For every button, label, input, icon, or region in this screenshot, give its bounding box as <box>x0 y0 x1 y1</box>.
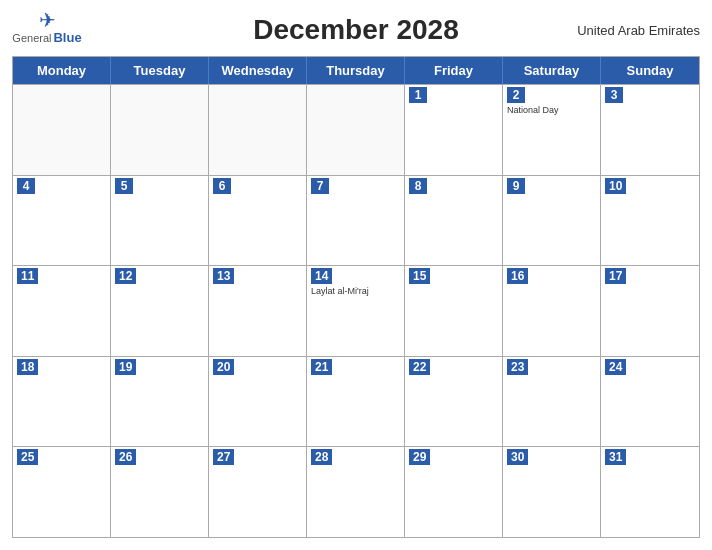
day-cell: 23 <box>503 357 601 447</box>
day-number: 30 <box>507 449 528 465</box>
day-number: 23 <box>507 359 528 375</box>
day-cell: 11 <box>13 266 111 356</box>
day-number: 7 <box>311 178 329 194</box>
day-number: 12 <box>115 268 136 284</box>
day-number: 28 <box>311 449 332 465</box>
day-cell: 21 <box>307 357 405 447</box>
day-cell <box>13 85 111 175</box>
day-cell: 2National Day <box>503 85 601 175</box>
day-cell: 1 <box>405 85 503 175</box>
day-header-friday: Friday <box>405 57 503 84</box>
day-header-saturday: Saturday <box>503 57 601 84</box>
calendar-header: ✈ General Blue December 2028 United Arab… <box>12 10 700 50</box>
week-row-5: 25262728293031 <box>13 446 699 537</box>
day-cell: 8 <box>405 176 503 266</box>
day-cell: 22 <box>405 357 503 447</box>
day-cell <box>209 85 307 175</box>
day-number: 1 <box>409 87 427 103</box>
day-header-wednesday: Wednesday <box>209 57 307 84</box>
event-label: National Day <box>507 105 596 116</box>
day-cell <box>111 85 209 175</box>
day-number: 31 <box>605 449 626 465</box>
week-row-1: 12National Day3 <box>13 84 699 175</box>
logo-general-text: General <box>12 32 51 44</box>
day-number: 5 <box>115 178 133 194</box>
day-cell: 30 <box>503 447 601 537</box>
day-cell: 29 <box>405 447 503 537</box>
day-cell: 15 <box>405 266 503 356</box>
day-headers-row: MondayTuesdayWednesdayThursdayFridaySatu… <box>13 57 699 84</box>
logo-bird-icon: ✈ <box>39 10 56 30</box>
day-number: 9 <box>507 178 525 194</box>
day-cell: 19 <box>111 357 209 447</box>
logo-area: ✈ General Blue <box>12 10 82 45</box>
day-number: 25 <box>17 449 38 465</box>
day-number: 22 <box>409 359 430 375</box>
month-title: December 2028 <box>253 14 458 46</box>
day-cell: 3 <box>601 85 699 175</box>
day-cell: 26 <box>111 447 209 537</box>
day-cell: 4 <box>13 176 111 266</box>
day-number: 3 <box>605 87 623 103</box>
logo-blue-text: Blue <box>53 30 81 45</box>
day-cell: 16 <box>503 266 601 356</box>
day-cell: 25 <box>13 447 111 537</box>
day-number: 21 <box>311 359 332 375</box>
week-row-4: 18192021222324 <box>13 356 699 447</box>
calendar-container: ✈ General Blue December 2028 United Arab… <box>0 0 712 550</box>
day-number: 11 <box>17 268 38 284</box>
day-number: 29 <box>409 449 430 465</box>
day-cell: 9 <box>503 176 601 266</box>
day-header-monday: Monday <box>13 57 111 84</box>
day-number: 19 <box>115 359 136 375</box>
day-cell: 10 <box>601 176 699 266</box>
day-number: 26 <box>115 449 136 465</box>
day-cell: 7 <box>307 176 405 266</box>
day-cell: 5 <box>111 176 209 266</box>
day-cell: 24 <box>601 357 699 447</box>
day-number: 27 <box>213 449 234 465</box>
day-number: 14 <box>311 268 332 284</box>
day-number: 2 <box>507 87 525 103</box>
day-number: 15 <box>409 268 430 284</box>
day-cell: 20 <box>209 357 307 447</box>
day-header-tuesday: Tuesday <box>111 57 209 84</box>
day-cell <box>307 85 405 175</box>
day-number: 8 <box>409 178 427 194</box>
day-number: 10 <box>605 178 626 194</box>
day-number: 4 <box>17 178 35 194</box>
day-header-sunday: Sunday <box>601 57 699 84</box>
day-number: 16 <box>507 268 528 284</box>
day-cell: 13 <box>209 266 307 356</box>
day-cell: 6 <box>209 176 307 266</box>
calendar-grid: MondayTuesdayWednesdayThursdayFridaySatu… <box>12 56 700 538</box>
day-number: 20 <box>213 359 234 375</box>
day-number: 13 <box>213 268 234 284</box>
day-cell: 12 <box>111 266 209 356</box>
day-cell: 14Laylat al-Mi'raj <box>307 266 405 356</box>
event-label: Laylat al-Mi'raj <box>311 286 400 297</box>
day-cell: 27 <box>209 447 307 537</box>
week-row-2: 45678910 <box>13 175 699 266</box>
day-number: 18 <box>17 359 38 375</box>
day-number: 24 <box>605 359 626 375</box>
day-cell: 28 <box>307 447 405 537</box>
weeks-container: 12National Day34567891011121314Laylat al… <box>13 84 699 537</box>
day-cell: 17 <box>601 266 699 356</box>
day-number: 17 <box>605 268 626 284</box>
day-cell: 31 <box>601 447 699 537</box>
day-cell: 18 <box>13 357 111 447</box>
country-label: United Arab Emirates <box>577 23 700 38</box>
day-number: 6 <box>213 178 231 194</box>
day-header-thursday: Thursday <box>307 57 405 84</box>
week-row-3: 11121314Laylat al-Mi'raj151617 <box>13 265 699 356</box>
